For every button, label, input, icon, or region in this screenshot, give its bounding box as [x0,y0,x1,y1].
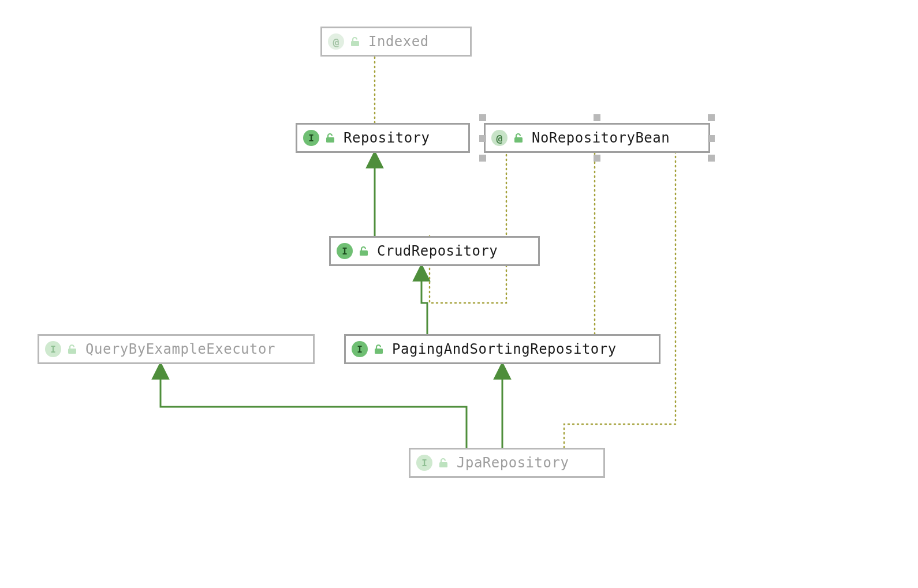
node-label: QueryByExampleExecutor [85,334,275,364]
svg-rect-2 [514,137,523,143]
selection-handle[interactable] [594,155,600,162]
annotation-icon: @ [491,130,507,146]
link-crud-to-nrbean [430,152,506,303]
selection-handle[interactable] [479,114,486,121]
unlocked-icon [374,344,384,354]
svg-rect-4 [68,349,76,354]
diagram-canvas[interactable]: @ Indexed I Repository @ NoReposit [0,0,918,588]
node-label: Indexed [368,27,429,57]
node-norepositorybean[interactable]: @ NoRepositoryBean [484,123,710,153]
selection-handle[interactable] [708,155,715,162]
selection-handle[interactable] [708,135,715,142]
link-jpa-to-nrbean [564,152,676,448]
node-label: NoRepositoryBean [532,123,670,153]
node-label: JpaRepository [457,448,569,478]
arrow-paging-to-crud [421,272,427,334]
unlocked-icon [67,344,77,354]
node-label: PagingAndSortingRepository [392,334,617,364]
svg-rect-0 [351,41,359,46]
unlocked-icon [325,133,335,143]
annotation-icon: @ [328,33,344,50]
node-repository[interactable]: I Repository [296,123,470,153]
unlocked-icon [359,246,369,256]
svg-rect-1 [326,137,334,143]
connectors-layer [0,0,918,588]
node-pagingandsorting[interactable]: I PagingAndSortingRepository [344,334,660,364]
svg-rect-5 [375,349,383,354]
selection-handle[interactable] [708,114,715,121]
interface-icon: I [352,341,368,357]
selection-handle[interactable] [594,114,600,121]
node-querybyexample[interactable]: I QueryByExampleExecutor [38,334,315,364]
interface-icon: I [303,130,319,146]
interface-icon: I [416,455,432,471]
node-label: Repository [344,123,430,153]
unlocked-icon [513,133,524,143]
selection-handle[interactable] [479,155,486,162]
node-label: CrudRepository [377,236,498,266]
interface-icon: I [337,243,353,259]
node-indexed[interactable]: @ Indexed [320,27,472,57]
svg-rect-3 [360,250,368,256]
node-crudrepository[interactable]: I CrudRepository [329,236,540,266]
selection-handle[interactable] [479,135,486,142]
unlocked-icon [438,458,449,468]
interface-icon: I [45,341,61,357]
unlocked-icon [350,36,360,47]
arrow-jpa-to-qbe [161,370,467,448]
svg-rect-6 [439,462,447,467]
node-jparepository[interactable]: I JpaRepository [409,448,605,478]
